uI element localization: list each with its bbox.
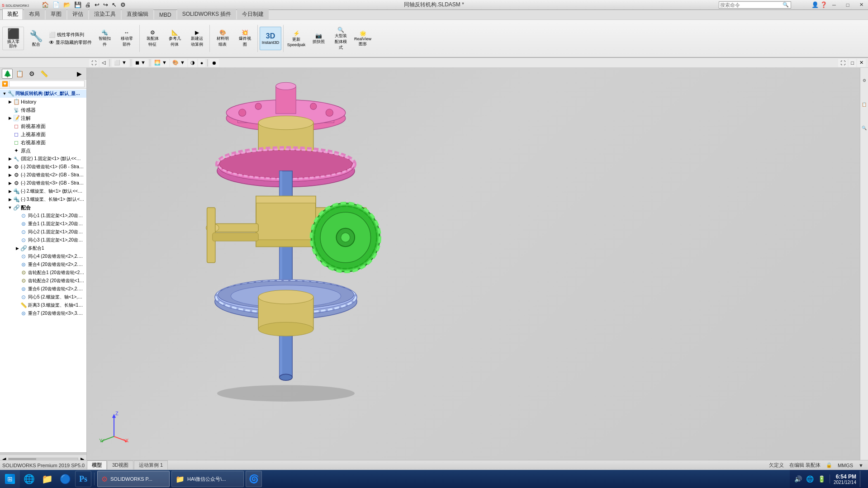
linear-pattern-btn[interactable]: ⬜ 线性零件阵列 [47,31,93,38]
tree-gear20-1[interactable]: ▶ ⚙ (-) 20齿锥齿轮<1> (GB - Straight [0,163,86,171]
home-icon[interactable]: 🏠 [40,1,50,9]
tree-coincident6[interactable]: ⊜ 重合6 (20齿锥齿轮<2>,2.螺旋... [0,285,86,293]
redo-icon[interactable]: ↪ [102,1,109,9]
tree-screw2-1[interactable]: ▶ 🔩 (-) 2.螺旋桨、轴<1> (默认<<默认> [0,187,86,195]
tree-gear20-3[interactable]: ▶ ⚙ (-) 20齿锥齿轮<3> (GB - Straight [0,179,86,187]
status-tab-model[interactable]: 模型 [87,460,107,469]
taskbar-item-app[interactable]: 🌀 [246,471,262,487]
tree-coincident4[interactable]: ⊜ 重合4 (20齿锥齿轮<2>,2.螺旋... [0,261,86,269]
rstrip-btn-1[interactable]: ⚙ [861,69,868,92]
view-settings-btn[interactable]: 🌅 ▼ [152,59,169,67]
tab-render[interactable]: 渲染工具 [89,9,121,19]
bom-btn[interactable]: 🎨 材料明细表 [212,27,233,50]
tab-direct-edit[interactable]: 直接编辑 [122,9,153,19]
appearance-btn[interactable]: 🎨 ▼ [170,59,187,67]
taskbar-icon-edge[interactable]: 🌐 [21,471,37,487]
property-mgr-tab[interactable]: 📋 [14,69,25,79]
tree-concentric3[interactable]: ⊙ 同心3 (1.固定架<1>,20齿锥齿... [0,236,86,244]
undo-icon[interactable]: ↩ [93,1,101,9]
close-button[interactable]: ✕ [854,0,868,10]
tree-fixed-frame[interactable]: ▶ 🔧 (固定) 1.固定架<1> (默认<<默认> [0,155,86,163]
tree-dist3[interactable]: 📏 距离3 (3.螺旋桨、长轴<1>,2.螺旋... [0,301,86,309]
recording-btn[interactable]: ⏺ [209,59,219,67]
view-orient-btn[interactable]: ⬜ ▼ [112,59,129,67]
tab-mbd[interactable]: MBD [154,10,176,19]
tree-coincident1[interactable]: ⊜ 重合1 (1.固定架<1>,20齿锥齿... [0,220,86,228]
tree-mates[interactable]: ▼ 🔗 配合 [0,204,86,212]
tab-evaluate[interactable]: 评估 [67,9,88,19]
scene-btn[interactable]: ◑ [188,59,197,67]
history-toggle[interactable]: ▶ [7,99,13,104]
minimize-button[interactable]: ─ [827,0,841,10]
viewport-3d[interactable]: Z X Y [87,68,860,464]
filter-input[interactable] [9,81,85,87]
config-mgr-tab[interactable]: ⚙ [26,69,37,79]
tray-icon-3[interactable]: 🔋 [818,475,826,483]
settings-icon[interactable]: ⚙ [119,1,127,9]
previous-view-btn[interactable]: ◁ [100,59,108,67]
tree-origin[interactable]: ✦ 原点 [0,147,86,155]
realview-btn[interactable]: 🌟 RealView图形 [352,27,374,50]
open-doc-icon[interactable]: 📂 [62,1,72,9]
ref-geometry-btn[interactable]: 📐 参考几何体 [164,27,185,50]
search-input[interactable] [719,2,783,8]
dim-expert-tab[interactable]: 📏 [38,69,49,79]
rstrip-btn-2[interactable]: 📋 [861,93,868,115]
close-viewport-btn[interactable]: ✕ [857,59,866,67]
tree-concentric4[interactable]: ⊙ 同心4 (20齿锥齿轮<2>,2.螺旋... [0,252,86,261]
tree-top-plane[interactable]: ◻ 上视基准面 [0,130,86,138]
tree-screw3-1[interactable]: ▶ 🔩 (-) 3.螺旋桨、长轴<1> (默认<<默认> [0,195,86,204]
new-motion-btn[interactable]: ▶ 新建运动算例 [186,27,208,50]
move-parts-btn[interactable]: ↔ 移动零部件 [116,27,138,50]
snapshot-btn[interactable]: 📷 抓快照 [308,27,329,50]
tab-layout[interactable]: 布局 [24,9,45,19]
expand-panel-btn[interactable]: ▶ [74,69,85,79]
taskbar-icon-folder[interactable]: 📁 [39,471,55,487]
tree-gear20-2[interactable]: ▶ ⚙ (-) 20齿锥齿轮<2> (GB - Straight [0,171,86,179]
tree-coincident7[interactable]: ⊜ 重合7 (20齿锥齿轮<3>,3.螺旋... [0,309,86,317]
restore-button[interactable]: □ [841,0,854,10]
zoom-fit-btn[interactable]: ⛶ [89,59,99,67]
update-speedpak-btn[interactable]: ⚡ 更新Speedpak [285,27,307,50]
taskbar-item-wechat[interactable]: 📁 HA\微信公众号\... [171,471,244,487]
smart-fastener-btn[interactable]: 🔩 智能扣件 [94,27,115,50]
display-style-btn[interactable]: ◼ ▼ [133,59,148,67]
feature-tree-tab[interactable]: 🌲 [2,69,13,79]
tree-front-plane[interactable]: ◻ 前视基准面 [0,122,86,130]
tab-plugins[interactable]: SOLIDWORKS 插件 [177,9,237,19]
taskbar-icon-photoshop[interactable]: Ps [75,471,91,487]
clock-time[interactable]: 6:54 PM 2021/12/14 [834,474,856,485]
tree-root[interactable]: ▼ 🔧 同轴反转机构 (默认<_默认_显示状态-1> [0,90,86,98]
fixed-frame-toggle[interactable]: ▶ [7,156,13,161]
maximize-viewport-btn[interactable]: ⛶ [838,59,848,67]
tree-concentric5[interactable]: ⊙ 同心5 (2.螺旋桨、轴<1>,3.螺旋... [0,293,86,301]
root-toggle[interactable]: ▼ [2,91,7,96]
rstrip-btn-3[interactable]: 🔍 [861,116,868,139]
save-icon[interactable]: 💾 [73,1,83,9]
tray-icon-2[interactable]: 🌐 [806,475,814,483]
large-asm-btn[interactable]: 🔍 大型装配体模式 [330,27,351,50]
user-icon[interactable]: 👤 [811,1,819,8]
show-desktop-btn[interactable] [860,471,863,487]
tree-right-plane[interactable]: ◻ 右视基准面 [0,138,86,147]
annotations-toggle[interactable]: ▶ [7,115,13,121]
tree-concentric1[interactable]: ⊙ 同心1 (1.固定架<1>,20齿锥齿... [0,212,86,220]
explode-btn[interactable]: 💥 爆炸视图 [234,27,256,50]
tab-today-build[interactable]: 今日制建 [237,9,269,19]
search-box[interactable]: 🔍 [719,1,791,9]
mates-toggle[interactable]: ▼ [7,205,13,210]
asm-feature-btn[interactable]: ⚙ 装配体特征 [142,27,163,50]
help-icon[interactable]: ❓ [820,1,827,8]
insert-parts-btn[interactable]: ⬛ 插入零部件 [2,27,24,50]
tab-sketch[interactable]: 草图 [46,9,66,19]
tree-multimates1[interactable]: ▶ 🔗 多配合1 [0,244,86,252]
tree-history[interactable]: ▶ 📋 History [0,98,86,106]
tree-gear-mate1[interactable]: ⚙ 齿轮配合1 (20齿锥齿轮<2>,20... [0,269,86,277]
new-doc-icon[interactable]: 📄 [51,1,61,9]
tab-assembly[interactable]: 装配 [2,9,23,19]
shadows-btn[interactable]: ● [198,59,206,67]
restore-viewport-btn[interactable]: □ [849,59,856,67]
instant3d-btn[interactable]: 3D Instant3D [260,27,281,50]
cursor-icon[interactable]: ↖ [110,1,118,9]
sensors-toggle[interactable] [7,107,13,113]
